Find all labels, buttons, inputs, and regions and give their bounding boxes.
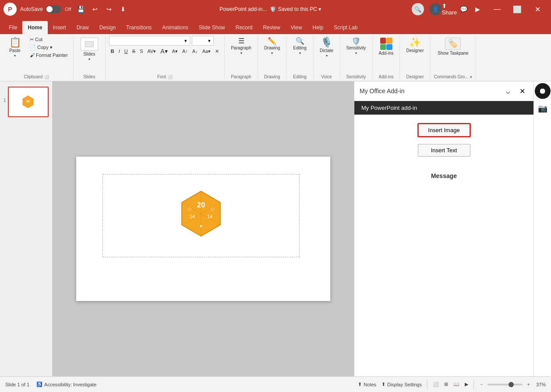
addin-collapse-button[interactable]: ⌵ bbox=[502, 85, 514, 97]
paragraph-icon: ☰ bbox=[238, 38, 244, 45]
close-button[interactable]: ✕ bbox=[527, 0, 547, 18]
display-settings-button[interactable]: ⬆ Display Settings bbox=[380, 381, 424, 388]
account-button[interactable]: 👤 bbox=[429, 3, 442, 15]
tab-draw[interactable]: Draw bbox=[71, 21, 94, 34]
tab-insert[interactable]: Insert bbox=[48, 21, 71, 34]
format-painter-button[interactable]: 🖌 Format Painter bbox=[28, 52, 70, 59]
tab-home[interactable]: Home bbox=[22, 21, 47, 34]
bold-button[interactable]: B bbox=[109, 48, 116, 55]
font-size-selector[interactable]: ▾ bbox=[192, 36, 214, 46]
zoom-slider[interactable] bbox=[487, 384, 523, 385]
zoom-out-button[interactable]: － bbox=[477, 380, 486, 388]
customize-qat-button[interactable]: ⬇ bbox=[117, 3, 129, 15]
highlight-button[interactable]: A▾ bbox=[170, 48, 180, 55]
presenter-view-button[interactable]: ▶ bbox=[463, 381, 470, 388]
tab-review[interactable]: Review bbox=[258, 21, 285, 34]
cut-button[interactable]: ✂ Cut bbox=[28, 36, 70, 43]
addin-header: My Office Add-in ⌵ ✕ bbox=[354, 81, 533, 101]
paragraph-button[interactable]: ☰ Paragraph ▾ bbox=[228, 36, 254, 57]
present-button[interactable]: ▶ bbox=[471, 3, 484, 15]
logo-letter: P bbox=[8, 6, 12, 13]
record-sidebar-button[interactable]: ⏺ bbox=[535, 83, 551, 99]
camera-sidebar-button[interactable]: 📷 bbox=[535, 101, 551, 116]
reading-view-button[interactable]: 📖 bbox=[452, 381, 461, 388]
slide-sorter-button[interactable]: ⊞ bbox=[442, 381, 450, 388]
drawing-button[interactable]: ✏️ Drawing ▾ bbox=[261, 36, 283, 57]
restore-button[interactable]: ⬜ bbox=[507, 0, 527, 18]
slide-info: Slide 1 of 1 bbox=[4, 381, 31, 388]
designer-button[interactable]: ✨ Designer bbox=[403, 36, 426, 55]
editing-button[interactable]: 🔍 Editing ▾ bbox=[290, 36, 310, 57]
tab-transitions[interactable]: Transitions bbox=[121, 21, 157, 34]
insert-image-button[interactable]: Insert Image bbox=[418, 123, 470, 137]
paste-button[interactable]: 📋 Paste ▾ bbox=[4, 36, 26, 60]
change-case-button[interactable]: Aa▾ bbox=[201, 48, 212, 55]
fontsize-up-button[interactable]: A↑ bbox=[180, 48, 190, 55]
addin-header-controls: ⌵ ✕ bbox=[502, 85, 528, 97]
copy-button[interactable]: 📄 Copy ▾ bbox=[28, 44, 70, 51]
slide-thumbnail[interactable]: 20 bbox=[8, 87, 49, 117]
tab-animations[interactable]: Animations bbox=[157, 21, 193, 34]
font-expand[interactable]: ⬜ bbox=[168, 75, 173, 79]
sensitivity-button[interactable]: 🛡️ Sensitivity ▾ bbox=[344, 36, 369, 57]
save-button[interactable]: 💾 bbox=[75, 3, 87, 15]
svg-text:20: 20 bbox=[197, 201, 205, 209]
new-slide-button[interactable]: Slides ▾ bbox=[77, 36, 102, 63]
notes-button[interactable]: ⬆ Notes bbox=[356, 381, 378, 388]
comments-button[interactable]: 💬 bbox=[457, 3, 470, 15]
editing-content: 🔍 Editing ▾ bbox=[290, 36, 310, 73]
window-controls: — ⬜ ✕ bbox=[487, 0, 547, 18]
ribbon-collapse[interactable]: ▾ bbox=[470, 75, 472, 79]
slide-panel: 1 20 bbox=[0, 81, 53, 376]
clipboard-label: Clipboard ⬜ bbox=[24, 73, 49, 79]
strikethrough-button[interactable]: S bbox=[131, 48, 137, 55]
zoom-thumb[interactable] bbox=[509, 382, 514, 387]
tab-file[interactable]: File bbox=[4, 21, 22, 34]
fontsize-down-button[interactable]: A↓ bbox=[191, 48, 200, 55]
addin-close-button[interactable]: ✕ bbox=[516, 85, 528, 97]
redo-button[interactable]: ↪ bbox=[103, 3, 115, 15]
char-spacing-button[interactable]: AV▾ bbox=[145, 48, 158, 55]
show-taskpane-button[interactable]: 🏷️ Show Taskpane bbox=[434, 36, 472, 57]
clear-format-button[interactable]: ✕ bbox=[213, 48, 221, 55]
share-button[interactable]: ⬆ Share bbox=[443, 3, 456, 15]
clipboard-content: 📋 Paste ▾ ✂ Cut 📄 Copy ▾ 🖌 Format Painte… bbox=[4, 36, 70, 73]
addins-icon bbox=[380, 38, 392, 50]
tab-record[interactable]: Record bbox=[230, 21, 258, 34]
svg-text:20: 20 bbox=[26, 99, 30, 103]
font-name-selector[interactable]: ▾ bbox=[109, 36, 190, 46]
svg-text:♦: ♦ bbox=[200, 224, 202, 229]
minimize-button[interactable]: — bbox=[487, 0, 507, 18]
tab-view[interactable]: View bbox=[286, 21, 307, 34]
zoom-in-button[interactable]: ＋ bbox=[524, 380, 533, 388]
addins-button[interactable]: Add-ins bbox=[376, 36, 396, 57]
tab-scriptlab[interactable]: Script Lab bbox=[328, 21, 363, 34]
file-title: PowerPoint add-in... 🛡️ Saved to this PC… bbox=[129, 6, 412, 12]
italic-button[interactable]: I bbox=[117, 48, 122, 55]
voice-content: 🎙️ Dictate ▾ bbox=[317, 36, 336, 73]
tab-design[interactable]: Design bbox=[94, 21, 121, 34]
insert-text-button[interactable]: Insert Text bbox=[418, 144, 470, 157]
normal-view-button[interactable]: ⬜ bbox=[431, 381, 441, 388]
autosave-control[interactable]: AutoSave Off bbox=[20, 5, 71, 13]
undo-button[interactable]: ↩ bbox=[89, 3, 101, 15]
main-area: 1 20 bbox=[0, 81, 551, 376]
search-button[interactable]: 🔍 bbox=[412, 3, 424, 15]
accessibility-button[interactable]: ♿ Accessibility: Investigate bbox=[35, 381, 98, 388]
app-logo: P bbox=[4, 3, 17, 16]
underline-button[interactable]: U bbox=[123, 48, 130, 55]
tab-help[interactable]: Help bbox=[307, 21, 329, 34]
clipboard-small-buttons: ✂ Cut 📄 Copy ▾ 🖌 Format Painter bbox=[28, 36, 70, 59]
dictate-button[interactable]: 🎙️ Dictate ▾ bbox=[317, 36, 336, 60]
zoom-level[interactable]: 37% bbox=[534, 381, 547, 388]
designer-group: ✨ Designer Designer bbox=[400, 36, 430, 79]
autosave-toggle[interactable] bbox=[46, 5, 61, 13]
shadow-button[interactable]: S bbox=[138, 48, 145, 55]
display-settings-icon: ⬆ bbox=[381, 382, 385, 387]
save-status[interactable]: Saved to this PC bbox=[278, 6, 317, 12]
font-color-button[interactable]: A▾ bbox=[159, 47, 169, 56]
clipboard-expand[interactable]: ⬜ bbox=[44, 75, 49, 79]
tab-slideshow[interactable]: Slide Show bbox=[194, 21, 230, 34]
slide-number-label: 1 bbox=[4, 98, 6, 103]
title-toolbar: 💾 ↩ ↪ ⬇ bbox=[75, 3, 129, 15]
